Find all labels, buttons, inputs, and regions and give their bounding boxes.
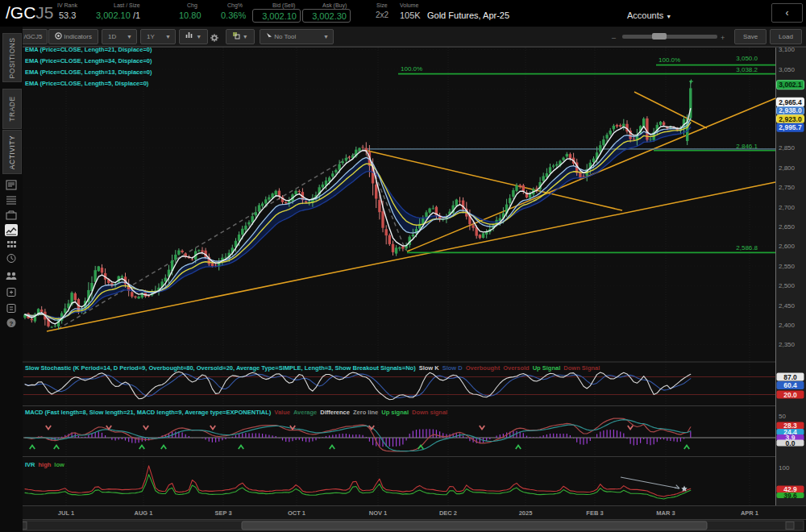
svg-text:MACD (Fast length=8, Slow leng: MACD (Fast length=8, Slow length=21, MAC… [25,409,447,416]
svg-text:SEP 3: SEP 3 [214,509,231,517]
svg-text:2,850: 2,850 [779,144,796,152]
svg-text:APR 1: APR 1 [741,509,758,517]
svg-text:2,965.4: 2,965.4 [779,98,802,106]
svg-text:100.0%: 100.0% [401,65,422,73]
svg-text:?: ? [10,320,14,327]
svg-text:2,650: 2,650 [779,223,796,231]
svg-text:2,700: 2,700 [779,204,796,211]
svg-text:3,050: 3,050 [779,66,796,73]
svg-text:3,050.0: 3,050.0 [736,55,758,62]
svg-text:3,100: 3,100 [779,47,796,53]
svg-text:39.6: 39.6 [783,492,797,500]
svg-text:2,500: 2,500 [779,282,796,289]
svg-text:EMA (Price=CLOSE, Length=34, D: EMA (Price=CLOSE, Length=34, Displace=0) [25,57,152,64]
svg-text:2,800: 2,800 [779,164,796,172]
svg-text:DEC 2: DEC 2 [439,509,457,517]
svg-text:EMA (Price=CLOSE, Length=13, D: EMA (Price=CLOSE, Length=13, Displace=0) [25,69,152,76]
svg-text:2,550: 2,550 [779,263,796,270]
svg-text:MAR 3: MAR 3 [656,509,675,517]
svg-text:OCT 1: OCT 1 [288,509,305,517]
svg-text:0.0: 0.0 [786,439,796,447]
svg-text:FEB 3: FEB 3 [586,509,603,517]
svg-text:20.0: 20.0 [783,391,797,399]
svg-text:2,846.1: 2,846.1 [736,143,758,150]
svg-text:100: 100 [779,464,790,472]
svg-text:2,586.8: 2,586.8 [736,244,758,251]
svg-text:2,923.0: 2,923.0 [779,115,802,123]
svg-text:IVRhighlow: IVRhighlow [25,461,64,468]
svg-text:EMA (Price=CLOSE, Length=21, D: EMA (Price=CLOSE, Length=21, Displace=0) [25,47,152,53]
svg-text:2,600: 2,600 [779,243,796,250]
svg-text:100.0%: 100.0% [659,56,680,64]
svg-text:2,400: 2,400 [779,322,796,329]
svg-text:NOV 1: NOV 1 [369,509,388,517]
svg-text:2,750: 2,750 [779,184,796,191]
svg-text:2,450: 2,450 [779,302,796,310]
svg-text:2,938.0: 2,938.0 [779,106,802,114]
svg-text:Slow Stochastic (K Period=14,: Slow Stochastic (K Period=14, D Period=9… [25,364,600,372]
svg-text:JUL 1: JUL 1 [58,509,74,517]
svg-text:2,350: 2,350 [779,341,796,348]
svg-text:EMA (Price=CLOSE, Length=5, Di: EMA (Price=CLOSE, Length=5, Displace=0) [25,80,149,87]
svg-text:60.4: 60.4 [783,381,797,389]
svg-text:3,002.1: 3,002.1 [779,81,802,89]
svg-text:AUG 1: AUG 1 [135,509,153,517]
svg-text:2025: 2025 [519,509,533,517]
svg-text:50: 50 [779,413,786,420]
svg-text:3,038.2: 3,038.2 [736,66,758,73]
svg-text:2,995.7: 2,995.7 [779,123,802,131]
svg-text:87.0: 87.0 [783,373,797,381]
